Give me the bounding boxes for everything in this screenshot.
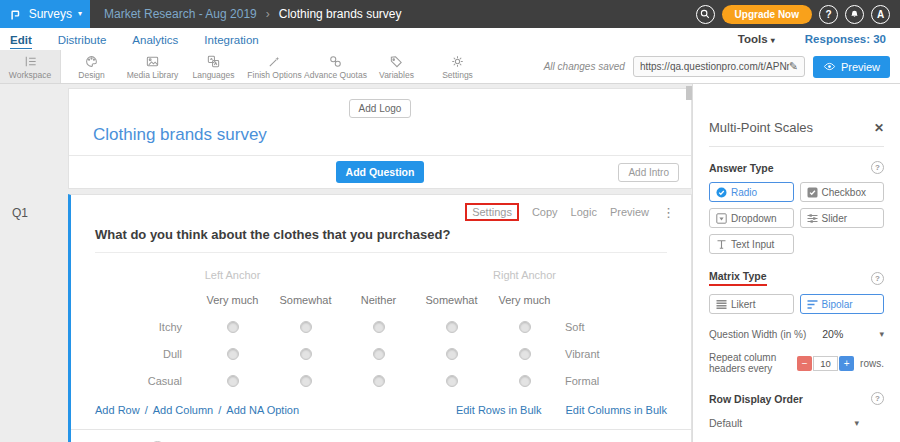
tool-label: Workspace [9,70,51,80]
share-url-text: https://qa.questionpro.com/t/APNrFZfQ [640,61,789,72]
tool-variables[interactable]: Variables [366,50,427,83]
question-action-logic[interactable]: Logic [571,206,597,218]
tool-settings[interactable]: Settings [427,50,488,83]
matrix-type-likert[interactable]: Likert [709,294,794,314]
close-icon[interactable]: ✕ [874,121,884,135]
edit-url-icon[interactable]: ✎ [789,60,798,73]
search-button[interactable] [696,5,715,24]
upgrade-now-button[interactable]: Upgrade Now [722,5,812,24]
add-row-link[interactable]: Add Row [95,404,140,416]
tool-label: Finish Options [247,70,301,80]
matrix-column-header: Somewhat [269,287,342,313]
matrix-radio[interactable] [373,375,385,387]
question-action-preview[interactable]: Preview [610,206,649,218]
top-navigation-bar: Surveys ▾ Market Research - Aug 2019 › C… [0,0,900,28]
matrix-radio[interactable] [446,375,458,387]
question-action-settings[interactable]: Settings [465,203,519,221]
preview-button[interactable]: Preview [813,56,890,78]
tool-label: Advance Quotas [304,70,367,80]
divider [709,146,884,147]
answer-type-radio[interactable]: Radio [709,182,794,202]
tool-design[interactable]: Design [61,50,122,83]
repeat-headers-stepper: − 10 + [797,356,854,371]
matrix-type-label: Matrix Type [709,270,767,286]
help-button[interactable]: ? [819,5,838,24]
avatar[interactable]: A [871,5,890,24]
question-id-gutter: Q1 [0,84,68,442]
question-width-label: Question Width (in %) [709,329,806,340]
help-icon[interactable]: ? [871,161,884,174]
radio-check-icon [716,187,727,198]
left-anchor-label: Left Anchor [196,263,269,287]
tool-advance-quotas[interactable]: Advance Quotas [305,50,366,83]
answer-type-dropdown[interactable]: Dropdown [709,208,794,228]
menu-item-integration[interactable]: Integration [191,32,271,47]
tool-finish-options[interactable]: Finish Options [244,50,305,83]
matrix-radio[interactable] [519,321,531,333]
palette-icon [84,54,99,69]
tool-label: Design [78,70,104,80]
row-display-order-label: Row Display Order [709,393,803,405]
decrement-button[interactable]: − [797,356,812,371]
matrix-radio[interactable] [446,321,458,333]
answer-type-text-input[interactable]: Text Input [709,234,794,254]
edit-rows-in-bulk-link[interactable]: Edit Rows in Bulk [456,404,542,416]
add-question-button[interactable]: Add Question [336,161,425,183]
share-url-field[interactable]: https://qa.questionpro.com/t/APNrFZfQ ✎ [633,56,805,77]
menu-item-distribute[interactable]: Distribute [45,32,120,47]
survey-title[interactable]: Clothing brands survey [93,125,691,145]
translate-icon [206,54,221,69]
matrix-radio[interactable] [373,321,385,333]
matrix-radio[interactable] [227,321,239,333]
matrix-radio[interactable] [300,375,312,387]
matrix-radio[interactable] [227,375,239,387]
add-logo-button[interactable]: Add Logo [349,99,412,118]
increment-button[interactable]: + [839,356,854,371]
question-width-value[interactable]: 20% [822,328,843,340]
slash-separator: / [145,404,148,416]
scrollbar-thumb[interactable] [686,86,692,100]
edit-toolbar: Workspace Design Media Library Languages… [0,50,900,84]
responses-count-link[interactable]: Responses: 30 [805,33,886,45]
matrix-radio[interactable] [300,321,312,333]
tool-workspace[interactable]: Workspace [0,50,61,83]
product-menu[interactable]: Surveys ▾ [0,0,90,28]
menu-item-analytics[interactable]: Analytics [119,32,191,47]
matrix-radio[interactable] [519,375,531,387]
question-text[interactable]: What do you think about the clothes that… [95,227,667,253]
matrix-type-bipolar[interactable]: Bipolar [800,294,885,314]
row-display-order-select[interactable]: Default ▾ [709,417,859,429]
help-icon[interactable]: ? [871,392,884,405]
more-options-icon[interactable]: ⋮ [662,205,675,220]
matrix-radio[interactable] [300,348,312,360]
right-anchor-label: Right Anchor [488,263,561,287]
notifications-button[interactable] [845,5,864,24]
menu-item-edit[interactable]: Edit [10,32,45,47]
add-column-link[interactable]: Add Column [153,404,214,416]
add-na-option-link[interactable]: Add NA Option [226,404,299,416]
question-action-copy[interactable]: Copy [532,206,558,218]
matrix-radio[interactable] [227,348,239,360]
tools-dropdown[interactable]: Tools ▾ [738,33,775,45]
matrix-radio[interactable] [519,348,531,360]
question-width-setting: Question Width (in %) 20% ▾ [709,328,884,340]
matrix-radio[interactable] [446,348,458,360]
add-intro-button[interactable]: Add Intro [618,163,679,182]
chevron-down-icon[interactable]: ▾ [879,329,884,339]
help-icon[interactable]: ? [871,272,884,285]
question-actions: Settings Copy Logic Preview ⋮ [71,195,691,221]
slider-icon [807,213,818,224]
matrix-row-left-label: Itchy [95,313,196,340]
tool-media-library[interactable]: Media Library [122,50,183,83]
edit-columns-in-bulk-link[interactable]: Edit Columns in Bulk [566,404,668,416]
matrix-radio[interactable] [373,348,385,360]
tool-languages[interactable]: Languages [183,50,244,83]
answer-type-slider[interactable]: Slider [800,208,885,228]
likert-icon [716,299,727,310]
repeat-headers-value[interactable]: 10 [813,356,838,371]
questionpro-logo-icon [8,7,23,22]
answer-type-checkbox[interactable]: Checkbox [800,182,885,202]
checkbox-icon [807,187,818,198]
answer-type-label: Answer Type [709,162,774,174]
breadcrumb-folder[interactable]: Market Research - Aug 2019 [104,7,257,21]
